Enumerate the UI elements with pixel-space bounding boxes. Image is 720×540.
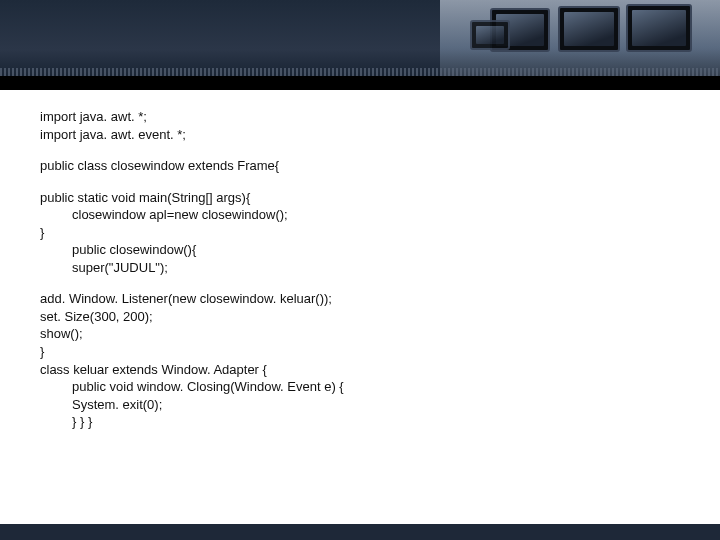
code-line: public class closewindow extends Frame{ — [40, 157, 680, 175]
monitor-icon — [626, 4, 692, 52]
code-line: import java. awt. *; — [40, 108, 680, 126]
code-line: show(); — [40, 325, 680, 343]
code-body: import java. awt. *; import java. awt. e… — [0, 90, 720, 431]
code-line: } — [40, 343, 680, 361]
header-black-band — [0, 76, 720, 90]
slide-header — [0, 0, 720, 90]
monitor-icon — [470, 20, 510, 50]
code-line: } } } — [40, 413, 680, 431]
monitor-icon — [558, 6, 620, 52]
code-line: System. exit(0); — [40, 396, 680, 414]
code-line: public void window. Closing(Window. Even… — [40, 378, 680, 396]
code-line: import java. awt. event. *; — [40, 126, 680, 144]
code-line: public closewindow(){ — [40, 241, 680, 259]
code-line: public static void main(String[] args){ — [40, 189, 680, 207]
code-line: super("JUDUL"); — [40, 259, 680, 277]
code-line: add. Window. Listener(new closewindow. k… — [40, 290, 680, 308]
code-line: set. Size(300, 200); — [40, 308, 680, 326]
code-line: class keluar extends Window. Adapter { — [40, 361, 680, 379]
code-line: closewindow apl=new closewindow(); — [40, 206, 680, 224]
slide-footer-bar — [0, 524, 720, 540]
code-line: } — [40, 224, 680, 242]
header-dotted-divider — [0, 68, 720, 76]
